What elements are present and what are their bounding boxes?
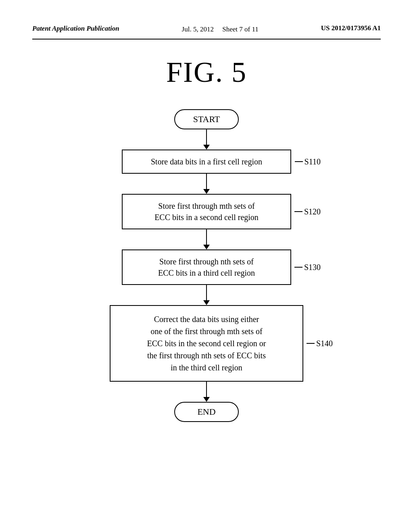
step-s140-text: Correct the data bits using eitherone of… xyxy=(147,315,266,372)
end-terminal: END xyxy=(174,402,239,422)
date-label: Jul. 5, 2012 xyxy=(182,25,214,33)
date-sheet-label: Jul. 5, 2012 Sheet 7 of 11 xyxy=(182,24,259,35)
step-s130-label: S130 xyxy=(294,262,321,273)
arrow-s140-to-end xyxy=(203,382,210,402)
step-s120-text: Store first through mth sets ofECC bits … xyxy=(154,202,259,222)
page-header: Patent Application Publication Jul. 5, 2… xyxy=(32,24,381,39)
step-s130-box: Store first through nth sets ofECC bits … xyxy=(122,249,291,285)
flowchart: START Store data bits in a first cell re… xyxy=(32,109,381,422)
arrow-s130-to-s140 xyxy=(203,285,210,305)
step-s110-label: S110 xyxy=(295,156,321,167)
arrow-s110-to-s120 xyxy=(203,174,210,194)
step-s110-row: Store data bits in a first cell region S… xyxy=(122,150,291,174)
step-s140-box: Correct the data bits using eitherone of… xyxy=(110,305,303,382)
arrow-start-to-s110 xyxy=(203,129,210,150)
arrow-s120-to-s130 xyxy=(203,229,210,249)
step-s120-box: Store first through mth sets ofECC bits … xyxy=(122,194,291,229)
step-s140-label: S140 xyxy=(307,337,333,349)
start-terminal: START xyxy=(174,109,239,129)
sheet-label: Sheet 7 of 11 xyxy=(222,25,259,33)
patent-number-label: US 2012/0173956 A1 xyxy=(321,24,381,32)
publication-label: Patent Application Publication xyxy=(32,24,119,33)
figure-title: FIG. 5 xyxy=(32,56,381,89)
step-s110-box: Store data bits in a first cell region S… xyxy=(122,150,291,174)
step-s140-row: Correct the data bits using eitherone of… xyxy=(110,305,303,382)
page: Patent Application Publication Jul. 5, 2… xyxy=(0,0,413,532)
step-s130-text: Store first through nth sets ofECC bits … xyxy=(158,257,255,277)
step-s120-row: Store first through mth sets ofECC bits … xyxy=(122,194,291,229)
step-s120-label: S120 xyxy=(294,206,321,217)
step-s110-text: Store data bits in a first cell region xyxy=(151,157,262,166)
step-s130-row: Store first through nth sets ofECC bits … xyxy=(122,249,291,285)
